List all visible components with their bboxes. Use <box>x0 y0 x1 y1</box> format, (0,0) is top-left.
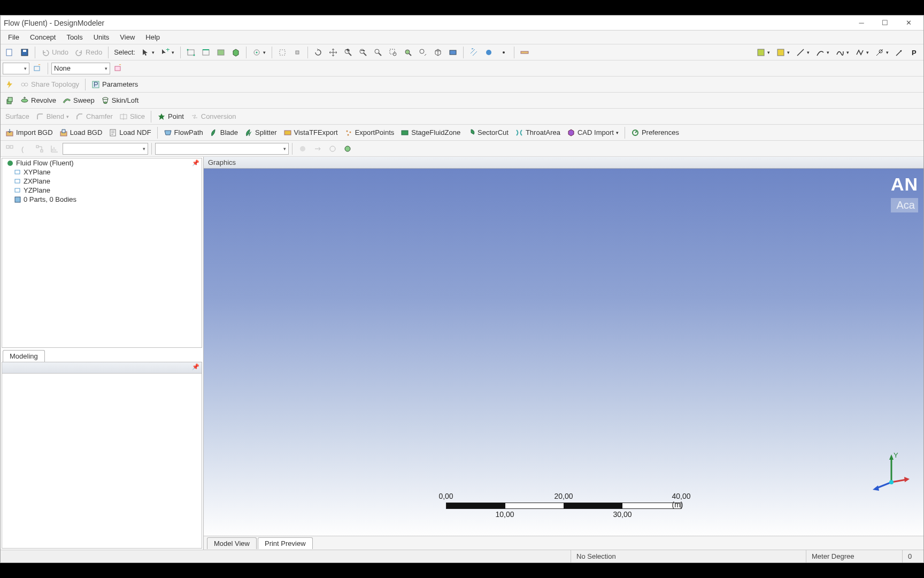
zoom-in-button[interactable]: + <box>341 46 355 59</box>
gen-2-button[interactable] <box>311 142 325 155</box>
parameters-button[interactable]: PParameters <box>89 78 141 91</box>
line-7-button[interactable]: P <box>907 46 921 59</box>
line-2-button[interactable]: ▾ <box>813 46 832 59</box>
plane-dropdown[interactable]: ▾ <box>3 63 29 74</box>
pan-button[interactable] <box>326 46 340 59</box>
menu-units[interactable]: Units <box>88 32 115 43</box>
selection-dropdown-2[interactable]: ▾ <box>155 143 289 155</box>
maximize-button[interactable]: ☐ <box>873 16 897 30</box>
prev-zoom-button[interactable] <box>416 46 430 59</box>
svg-point-5 <box>187 49 188 50</box>
tree-outline[interactable]: 📌 Fluid Flow (Fluent) XYPlane ZXPlane YZ… <box>2 158 202 348</box>
close-button[interactable]: ✕ <box>897 16 920 30</box>
line-6-button[interactable] <box>892 46 906 59</box>
point-button[interactable]: Point <box>155 110 187 123</box>
selection-dropdown-1[interactable]: ▾ <box>63 143 148 155</box>
tree-parts[interactable]: 0 Parts, 0 Bodies <box>2 195 202 204</box>
save-button[interactable] <box>18 46 32 59</box>
menu-help[interactable]: Help <box>140 32 165 43</box>
menu-file[interactable]: File <box>3 32 25 43</box>
select-bodies-button[interactable] <box>229 46 243 59</box>
stagefluid-button[interactable]: StageFluidZone <box>398 126 463 139</box>
axis-triad[interactable]: Y <box>870 450 913 493</box>
conversion-button[interactable]: Conversion <box>188 110 239 123</box>
gen-4-button[interactable] <box>341 142 355 155</box>
slice-button[interactable]: Slice <box>117 110 148 123</box>
gen-3-button[interactable] <box>326 142 340 155</box>
tab-model-view[interactable]: Model View <box>207 537 257 549</box>
shrink-face-button[interactable] <box>290 46 304 59</box>
zoom-sel-button[interactable] <box>401 46 415 59</box>
extrude-button[interactable] <box>3 94 17 107</box>
new-plane-button[interactable]: * <box>30 62 44 75</box>
menu-concept[interactable]: Concept <box>25 32 61 43</box>
sketch-dropdown[interactable]: None▾ <box>51 63 110 74</box>
ruler-button[interactable] <box>518 46 532 59</box>
flowpath-button[interactable]: FlowPath <box>161 126 206 139</box>
display-model-button[interactable] <box>482 46 496 59</box>
redo-button[interactable]: Redo <box>72 46 105 59</box>
new-button[interactable] <box>3 46 17 59</box>
display-plane-button[interactable]: * <box>467 46 481 59</box>
preferences-button[interactable]: Preferences <box>628 126 682 139</box>
tab-print-preview[interactable]: Print Preview <box>258 537 313 549</box>
sectorcut-button[interactable]: SectorCut <box>464 126 511 139</box>
zoom-fit-button[interactable] <box>371 46 385 59</box>
load-bgd-button[interactable]: Load BGD <box>57 126 105 139</box>
surface-button[interactable]: Surface <box>3 110 32 123</box>
tree-yzplane[interactable]: YZPlane <box>2 186 202 195</box>
share-topology-button[interactable]: Share Topology <box>18 78 82 91</box>
extend-sel-button[interactable]: ▾ <box>250 46 268 59</box>
import-bgd-button[interactable]: Import BGD <box>3 126 56 139</box>
sweep-button[interactable]: Sweep <box>60 94 97 107</box>
tree-xyplane[interactable]: XYPlane <box>2 168 202 177</box>
load-ndf-button[interactable]: Load NDF <box>106 126 153 139</box>
iso-button[interactable] <box>431 46 445 59</box>
display-points-button[interactable] <box>497 46 511 59</box>
line-1-button[interactable]: ▾ <box>794 46 812 59</box>
color-by-button[interactable]: ▾ <box>754 46 773 59</box>
graphics-viewport[interactable]: AN Aca 0,00 20,00 40,00 (m) 10,00 30,00 <box>204 169 923 536</box>
export-points-button[interactable]: ExportPoints <box>342 126 397 139</box>
minimize-button[interactable]: ─ <box>850 16 873 30</box>
select-faces-button[interactable] <box>214 46 228 59</box>
rotate-button[interactable] <box>311 46 325 59</box>
revolve-button[interactable]: Revolve <box>18 94 59 107</box>
misc-1-button[interactable] <box>3 142 17 155</box>
vista-button[interactable]: VistaTFExport <box>281 126 341 139</box>
chamfer-button[interactable]: Chamfer <box>73 110 116 123</box>
blend-button[interactable]: Blend▾ <box>33 110 72 123</box>
sketch-icon: * <box>114 64 122 73</box>
cad-import-button[interactable]: CAD Import▾ <box>564 126 621 139</box>
misc-4-button[interactable] <box>48 142 61 155</box>
box-zoom-button[interactable] <box>386 46 400 59</box>
tree-zxplane[interactable]: ZXPlane <box>2 177 202 186</box>
select-edges-button[interactable] <box>199 46 213 59</box>
shade-button[interactable]: ▾ <box>774 46 792 59</box>
zoom-out-button[interactable]: – <box>356 46 370 59</box>
select-cursor-button[interactable]: ▾ <box>138 46 157 59</box>
line-4-button[interactable]: ▾ <box>853 46 872 59</box>
look-at-button[interactable] <box>446 46 460 59</box>
select-new-button[interactable]: +▾ <box>158 46 177 59</box>
misc-2-button[interactable]: ( <box>18 142 32 155</box>
line-5-button[interactable]: ▾ <box>873 46 891 59</box>
skin-loft-button[interactable]: Skin/Loft <box>98 94 142 107</box>
blade-button[interactable]: Blade <box>207 126 241 139</box>
splitter-button[interactable]: Splitter <box>242 126 279 139</box>
line-3-button[interactable]: ▾ <box>833 46 852 59</box>
generate-button[interactable] <box>3 78 17 91</box>
new-sketch-button[interactable]: * <box>111 62 125 75</box>
tree-root[interactable]: Fluid Flow (Fluent) <box>2 158 202 168</box>
undo-button[interactable]: Undo <box>38 46 71 59</box>
pin-icon[interactable]: 📌 <box>192 159 199 166</box>
expand-face-button[interactable] <box>275 46 289 59</box>
select-points-button[interactable] <box>184 46 198 59</box>
throatarea-button[interactable]: ThroatArea <box>512 126 563 139</box>
tab-modeling[interactable]: Modeling <box>3 350 45 362</box>
gen-1-button[interactable] <box>296 142 310 155</box>
misc-3-button[interactable] <box>33 142 47 155</box>
menu-view[interactable]: View <box>114 32 140 43</box>
menu-tools[interactable]: Tools <box>61 32 88 43</box>
details-pin-icon[interactable]: 📌 <box>192 363 199 370</box>
